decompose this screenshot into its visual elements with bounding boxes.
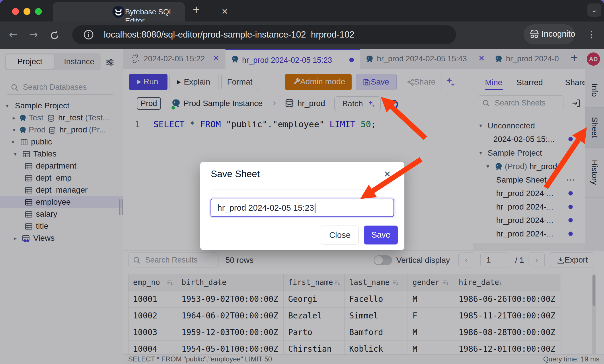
url-text: localhost:8080/sql-editor/prod-sample-in… [104,30,354,40]
text-cursor [315,203,315,213]
window-zoom-button[interactable] [35,8,42,15]
menu-icon[interactable]: ⋮ [585,28,598,41]
new-tab-icon[interactable]: + [193,3,200,17]
forward-icon[interactable]: → [27,28,40,41]
bytebase-logo-icon [112,6,124,18]
window-minimize-button[interactable] [24,8,30,15]
back-icon[interactable]: ← [7,28,20,41]
sheet-name-input[interactable]: hr_prod 2024-02-05 15:23 [211,199,394,217]
incognito-icon [528,28,540,40]
divider [211,189,394,189]
sql-editor-app: Project Instance ▾ Sample Project ▸ Test… [0,49,604,364]
sheet-name-value: hr_prod 2024-02-05 15:23 [217,203,314,212]
browser-toolbar: ← → localhost:8080/sql-editor/prod-sampl… [0,21,604,49]
modal-close-button[interactable]: Close [321,226,359,244]
close-icon[interactable]: ✕ [384,169,391,179]
tab-search-chevron-icon[interactable]: ⌄ [587,3,601,17]
url-bar[interactable]: localhost:8080/sql-editor/prod-sample-in… [72,25,456,44]
modal-title: Save Sheet [211,169,260,179]
incognito-badge: Incognito [524,24,575,44]
browser-tab[interactable]: Bytebase SQL Editor ✕ [53,2,185,21]
close-icon[interactable]: ✕ [221,7,228,16]
incognito-label: Incognito [541,29,575,39]
modal-save-button[interactable]: Save [364,226,398,244]
save-sheet-modal: Save Sheet ✕ hr_prod 2024-02-05 15:23 Cl… [200,162,404,250]
browser-tabstrip: Bytebase SQL Editor ✕ + ⌄ [0,0,604,21]
window-close-button[interactable] [12,8,19,15]
site-info-icon[interactable] [83,29,95,41]
reload-icon[interactable] [48,28,61,41]
browser-window: Bytebase SQL Editor ✕ + ⌄ ← → localhost:… [0,0,604,364]
